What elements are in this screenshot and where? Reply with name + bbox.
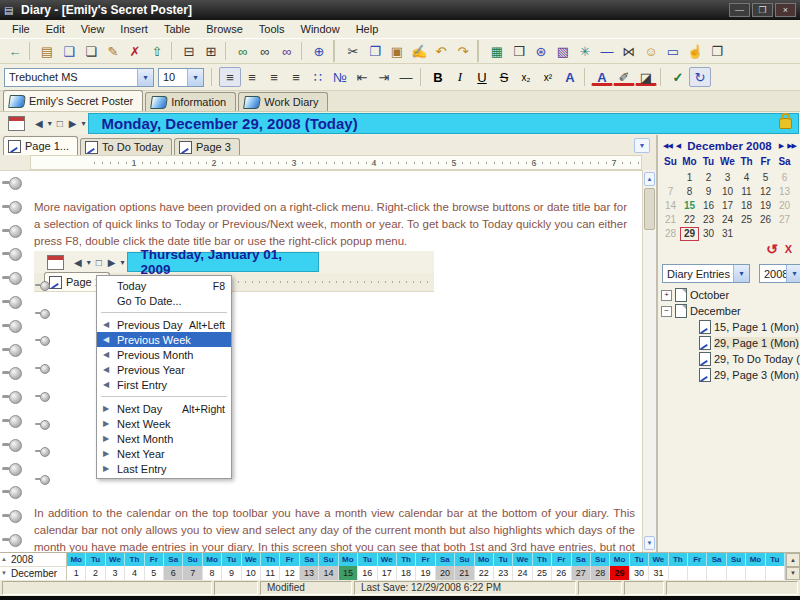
indent-button[interactable]: ⇥ bbox=[373, 67, 395, 87]
calendar-day-cell[interactable]: 29 bbox=[680, 227, 699, 241]
rename-page-button[interactable]: ✎ bbox=[102, 41, 124, 61]
toolbar-separator[interactable] bbox=[420, 68, 424, 86]
toolbar-separator[interactable] bbox=[301, 42, 305, 60]
calendar-day-cell[interactable]: 7 bbox=[661, 185, 680, 199]
copy-page-button[interactable]: ❐ bbox=[706, 41, 728, 61]
calendar-day-cell[interactable]: 26 bbox=[756, 213, 775, 227]
calendar-day-cell[interactable]: 2 bbox=[699, 171, 718, 185]
calendar-day-cell[interactable] bbox=[756, 227, 775, 241]
calendar-day-cell[interactable]: 8 bbox=[680, 185, 699, 199]
align-right-button[interactable]: ≡ bbox=[263, 67, 285, 87]
scrollbar-thumb[interactable] bbox=[644, 188, 655, 230]
calendar-day-cell[interactable]: 15 bbox=[680, 199, 699, 213]
menu-item[interactable]: Window bbox=[293, 21, 348, 37]
bottom-day-cell[interactable]: Sa 20 bbox=[436, 553, 455, 580]
bottom-day-cell[interactable]: Mo 8 bbox=[203, 553, 222, 580]
year-filter-combo[interactable]: 2008 ▾ bbox=[759, 264, 800, 283]
next-year-button[interactable]: ▶▶ bbox=[785, 142, 798, 150]
fill-color-button[interactable]: ◪ bbox=[635, 71, 657, 86]
diary-tab-information[interactable]: Information bbox=[145, 92, 236, 111]
bottom-day-cell[interactable]: Su 28 bbox=[591, 553, 610, 580]
bottom-day-cell[interactable]: Tu 30 bbox=[630, 553, 649, 580]
calendar-day-cell[interactable]: 9 bbox=[699, 185, 718, 199]
bottom-bar-year[interactable]: ▲ 2008 bbox=[0, 553, 66, 567]
bottom-day-cell[interactable]: Th 18 bbox=[397, 553, 416, 580]
toolbar-separator[interactable] bbox=[477, 40, 483, 62]
menu-item[interactable]: Edit bbox=[38, 21, 73, 37]
outdent-button[interactable]: ⇤ bbox=[351, 67, 373, 87]
bottom-day-cell[interactable]: We 31 bbox=[649, 553, 668, 580]
embedded-screenshot-image[interactable]: ◀ ▾ □ ▶ ▾ Thursday, January 01, 2009 Pag… bbox=[34, 251, 434, 487]
back-button[interactable]: ← bbox=[4, 41, 26, 61]
bottom-day-cell[interactable]: Th 25 bbox=[533, 553, 552, 580]
calendar-day-cell[interactable]: 3 bbox=[718, 171, 737, 185]
find-next-button[interactable]: ∞ bbox=[254, 41, 276, 61]
toolbar-separator[interactable] bbox=[225, 42, 229, 60]
new-entry-button[interactable]: ❑ bbox=[58, 41, 80, 61]
new-page-button[interactable]: ❏ bbox=[80, 41, 102, 61]
tree-entry-29-page-3[interactable]: 29, Page 3 (Mon) bbox=[661, 367, 798, 383]
tree-node-october[interactable]: + October bbox=[661, 287, 798, 303]
subscript-button[interactable]: x₂ bbox=[515, 67, 537, 87]
calendar-day-cell[interactable] bbox=[737, 227, 756, 241]
chevron-down-icon[interactable]: ▾ bbox=[786, 265, 800, 282]
export-page-button[interactable]: ⇧ bbox=[146, 41, 168, 61]
bottom-day-cell[interactable]: Mo 29 bbox=[610, 553, 629, 580]
toolbar-separator[interactable] bbox=[29, 42, 33, 60]
bottom-day-cell[interactable]: Fr 5 bbox=[145, 553, 164, 580]
tab-list-button[interactable]: ▼ bbox=[634, 138, 650, 153]
calendar-close-icon[interactable]: X bbox=[785, 243, 792, 255]
bottom-day-cell[interactable]: Su bbox=[727, 553, 746, 580]
next-dropdown-caret[interactable]: ▾ bbox=[79, 119, 87, 128]
minimize-button[interactable]: — bbox=[729, 3, 750, 17]
insert-file-button[interactable]: ❒ bbox=[508, 41, 530, 61]
vertical-scrollbar[interactable]: ▲ ▼ bbox=[642, 170, 656, 552]
font-color-button[interactable]: A bbox=[591, 71, 613, 86]
insert-image-button[interactable]: ▦ bbox=[486, 41, 508, 61]
menu-item[interactable]: Table bbox=[156, 21, 198, 37]
insert-weblink-button[interactable]: ⊛ bbox=[530, 41, 552, 61]
bottom-day-cell[interactable]: Sa 13 bbox=[300, 553, 319, 580]
tree-expander-icon[interactable]: − bbox=[661, 306, 672, 317]
calendar-day-cell[interactable]: 23 bbox=[699, 213, 718, 227]
bottom-day-cell[interactable]: Sa 27 bbox=[572, 553, 591, 580]
menu-item[interactable]: View bbox=[73, 21, 113, 37]
redo-button[interactable]: ↷ bbox=[452, 41, 474, 61]
bold-button[interactable]: B bbox=[427, 67, 449, 87]
bottom-day-cell[interactable]: Th 11 bbox=[261, 553, 280, 580]
bottom-day-cell[interactable]: Fr 26 bbox=[552, 553, 571, 580]
resize-button[interactable]: ⋈ bbox=[618, 41, 640, 61]
chevron-down-icon[interactable]: ▾ bbox=[733, 265, 749, 282]
year-spinner-icon[interactable]: ▲ bbox=[1, 553, 7, 566]
month-down-button[interactable]: ▼ bbox=[786, 567, 800, 581]
bottom-day-cell[interactable]: Fr 19 bbox=[416, 553, 435, 580]
highlight-button[interactable]: ✐ bbox=[613, 71, 635, 86]
bottom-day-cell[interactable]: Tu bbox=[766, 553, 785, 580]
lock-icon[interactable] bbox=[779, 118, 792, 129]
font-size-button[interactable]: A bbox=[559, 67, 581, 87]
calendar-day-cell[interactable]: 14 bbox=[661, 199, 680, 213]
bottom-day-cell[interactable]: Sa bbox=[707, 553, 726, 580]
bottom-day-cell[interactable]: We 10 bbox=[242, 553, 261, 580]
previous-month-button[interactable]: ◀ bbox=[674, 142, 682, 150]
align-center-button[interactable]: ≡ bbox=[241, 67, 263, 87]
calendar-day-cell[interactable]: 30 bbox=[699, 227, 718, 241]
calendar-day-cell[interactable] bbox=[661, 171, 680, 185]
underline-button[interactable]: U bbox=[471, 67, 493, 87]
today-stop-button[interactable]: □ bbox=[54, 115, 66, 133]
calendar-button[interactable] bbox=[3, 115, 32, 133]
numbered-list-button[interactable]: № bbox=[329, 67, 351, 87]
bottom-day-cell[interactable]: Su 7 bbox=[183, 553, 202, 580]
tree-entry-29-to-do-today[interactable]: 29, To Do Today (Mon) bbox=[661, 351, 798, 367]
copy-button[interactable]: ❐ bbox=[364, 41, 386, 61]
bottom-day-cell[interactable]: Su 21 bbox=[455, 553, 474, 580]
insert-smiley-button[interactable]: ☺ bbox=[640, 41, 662, 61]
calendar-day-cell[interactable]: 18 bbox=[737, 199, 756, 213]
bottom-day-cell[interactable]: Tu 16 bbox=[358, 553, 377, 580]
browse-previous-button[interactable]: ◀ bbox=[32, 115, 46, 133]
font-size-combo[interactable]: 10 ▾ bbox=[158, 68, 204, 87]
calendar-day-cell[interactable]: 6 bbox=[775, 171, 794, 185]
superscript-button[interactable]: x² bbox=[537, 67, 559, 87]
page-tab-1[interactable]: Page 1... bbox=[3, 136, 78, 155]
print-preview-button[interactable]: ⊞ bbox=[200, 41, 222, 61]
